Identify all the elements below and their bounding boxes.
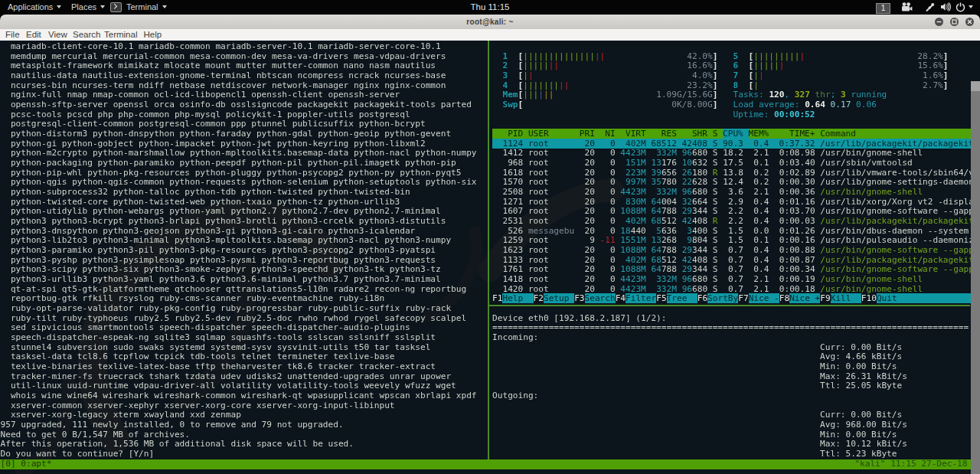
tmux-status-left[interactable]: [0] 0:apt* xyxy=(1,459,52,469)
caret-down-icon[interactable] xyxy=(969,5,973,8)
menu-search[interactable]: Search xyxy=(73,29,100,41)
menu-view[interactable]: View xyxy=(48,29,67,41)
maximize-button[interactable] xyxy=(950,18,959,26)
screen: Applications Places Terminal Thu 11:15 1 xyxy=(0,0,980,474)
workspace-indicator[interactable]: 1 xyxy=(876,3,890,14)
terminal-viewport[interactable]: mariadb-client-core-10.1 mariadb-common … xyxy=(0,41,980,474)
menu-help[interactable]: Help xyxy=(144,29,162,41)
volume-icon[interactable] xyxy=(940,2,951,11)
htop-nload-pane[interactable]: 1 [|||||||||||||||| 42.0%] 5 [||||||||||… xyxy=(492,42,974,459)
scrollbar-thumb[interactable] xyxy=(971,81,980,91)
menu-edit[interactable]: Edit xyxy=(26,29,41,41)
tmux-horizontal-border[interactable] xyxy=(488,305,970,306)
window-menubar: FileEditViewSearchTerminalHelp xyxy=(0,29,980,41)
menu-file[interactable]: File xyxy=(5,29,20,41)
top-panel: Applications Places Terminal Thu 11:15 1 xyxy=(0,0,980,15)
input-tool-icon[interactable] xyxy=(925,2,935,12)
workspace-number: 1 xyxy=(881,4,886,12)
window-title: root@kali: ~ xyxy=(0,15,980,30)
minimize-button[interactable] xyxy=(935,18,943,26)
tmux-status-bar: [0] 0:apt*"kali" 11:15 27-Dec-18 xyxy=(0,459,971,469)
close-button[interactable] xyxy=(965,18,974,26)
tmux-vertical-border[interactable] xyxy=(488,41,489,459)
apt-pane[interactable]: mariadb-client-core-10.1 mariadb-common … xyxy=(1,42,477,459)
clock-label: Thu 11:15 xyxy=(471,2,510,11)
menu-terminal[interactable]: Terminal xyxy=(104,29,137,41)
power-icon[interactable] xyxy=(956,2,965,12)
window-titlebar[interactable]: root@kali: ~ xyxy=(0,15,980,30)
tmux-status-right: "kali" 11:15 27-Dec-18 xyxy=(854,459,967,469)
scrollbar[interactable] xyxy=(971,81,980,474)
clock[interactable]: Thu 11:15 xyxy=(0,0,980,15)
screen-recorder-icon[interactable] xyxy=(901,2,913,11)
system-tray xyxy=(901,0,974,15)
